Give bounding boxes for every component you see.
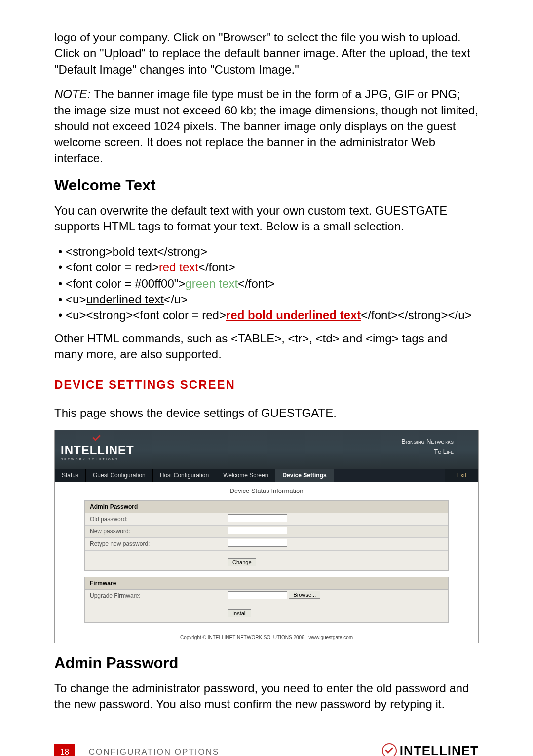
brand-name: INTELLINET — [61, 442, 134, 458]
page-number: 18 — [54, 744, 75, 756]
code-post: </u> — [164, 293, 188, 306]
tab-welcome-screen[interactable]: Welcome Screen — [216, 469, 275, 482]
checkmark-icon — [91, 433, 103, 441]
tagline-line2: To Life — [401, 447, 454, 456]
tab-guest-configuration[interactable]: Guest Configuration — [86, 469, 153, 482]
old-password-input[interactable] — [228, 514, 287, 522]
admin-password-paragraph: To change the administrator password, yo… — [54, 680, 479, 713]
underline-sample: underlined text — [86, 293, 163, 306]
new-password-input[interactable] — [228, 527, 287, 534]
footer-logo: INTELLINET NETWORK SOLUTIONS — [382, 742, 479, 756]
tab-status[interactable]: Status — [55, 469, 86, 482]
banner-tagline: Bringing Networks To Life — [401, 437, 454, 455]
device-settings-heading: Device Settings Screen — [54, 377, 479, 393]
bold-sample: bold text — [113, 245, 157, 258]
code-post: </strong> — [157, 245, 207, 258]
intro-paragraph: logo of your company. Click on "Browser"… — [54, 30, 479, 77]
page-footer: 18 CONFIGURATION OPTIONS INTELLINET NETW… — [54, 742, 479, 756]
note-label: NOTE: — [54, 87, 90, 101]
admin-password-header: Admin Password — [85, 501, 448, 513]
install-button[interactable]: Install — [228, 609, 251, 617]
note-body: The banner image file type must be in th… — [54, 87, 478, 165]
tab-device-settings[interactable]: Device Settings — [275, 469, 334, 482]
nav-tabs: Status Guest Configuration Host Configur… — [55, 469, 478, 482]
firmware-panel: Firmware Upgrade Firmware: Browse... Ins… — [84, 577, 449, 623]
welcome-paragraph: You can overwrite the default text with … — [54, 203, 479, 235]
footer-brand-name: INTELLINET — [400, 742, 479, 756]
code-post: </font></strong></u> — [361, 308, 471, 322]
red-bold-underline-sample: red bold underlined text — [226, 308, 361, 322]
footer-section: CONFIGURATION OPTIONS — [89, 747, 220, 756]
list-item: <font color = #00ff00">green text</font> — [54, 276, 479, 292]
change-button[interactable]: Change — [228, 558, 256, 566]
admin-password-heading: Admin Password — [54, 653, 479, 674]
list-item: <u>underlined text</u> — [54, 292, 479, 307]
section-title: Device Status Information — [55, 482, 478, 500]
tab-exit[interactable]: Exit — [445, 469, 478, 482]
note-paragraph: NOTE: The banner image file type must be… — [54, 86, 479, 166]
welcome-text-heading: Welcome Text — [54, 175, 479, 196]
firmware-file-input[interactable] — [228, 591, 287, 599]
welcome-paragraph-2: Other HTML commands, such as <TABLE>, <t… — [54, 331, 479, 363]
code-pre: <font color = red> — [66, 261, 159, 274]
admin-password-panel: Admin Password Old password: New passwor… — [84, 500, 449, 571]
retype-password-input[interactable] — [228, 539, 287, 547]
checkmark-circle-icon — [382, 743, 397, 756]
code-pre: <font color = #00ff00"> — [66, 277, 185, 290]
device-settings-screenshot: INTELLINET NETWORK SOLUTIONS Bringing Ne… — [54, 430, 479, 643]
banner: INTELLINET NETWORK SOLUTIONS Bringing Ne… — [55, 430, 478, 469]
tab-host-configuration[interactable]: Host Configuration — [153, 469, 216, 482]
old-password-label: Old password: — [85, 513, 223, 525]
tagline-line1: Bringing Networks — [401, 438, 454, 445]
code-post: </font> — [238, 277, 275, 290]
list-item: <u><strong><font color = red>red bold un… — [54, 307, 479, 323]
list-item: <font color = red>red text</font> — [54, 260, 479, 275]
code-pre: <strong> — [66, 245, 113, 258]
list-item: <strong>bold text</strong> — [54, 244, 479, 260]
green-sample: green text — [185, 277, 238, 290]
firmware-header: Firmware — [85, 577, 448, 590]
banner-logo: INTELLINET NETWORK SOLUTIONS — [61, 433, 134, 461]
device-intro: This page shows the device settings of G… — [54, 405, 479, 421]
retype-password-label: Retype new password: — [85, 538, 223, 550]
red-sample: red text — [159, 261, 198, 274]
code-pre: <u> — [66, 293, 86, 306]
html-examples-list: <strong>bold text</strong> <font color =… — [54, 244, 479, 324]
upgrade-firmware-label: Upgrade Firmware: — [85, 590, 223, 602]
browse-button[interactable]: Browse... — [289, 591, 320, 599]
code-post: </font> — [198, 261, 235, 274]
new-password-label: New password: — [85, 526, 223, 537]
copyright-text: Copyright © INTELLINET NETWORK SOLUTIONS… — [55, 632, 478, 643]
code-pre: <u><strong><font color = red> — [66, 308, 226, 322]
